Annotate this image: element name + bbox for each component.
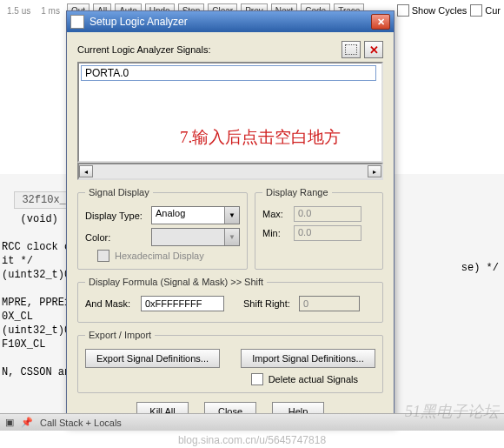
import-signals-button[interactable]: Import Signal Definitions...	[241, 349, 375, 368]
color-combo[interactable]: ▼	[151, 228, 240, 246]
chevron-down-icon[interactable]: ▼	[224, 229, 239, 245]
panel-toggle-icon[interactable]: ▣	[5, 417, 14, 428]
export-signals-button[interactable]: Export Signal Definitions...	[85, 349, 220, 368]
export-import-group: Export / Import Export Signal Definition…	[77, 330, 383, 393]
code-frag-right: se) */	[461, 261, 499, 275]
display-type-label: Display Type:	[85, 211, 146, 221]
shift-right-input[interactable]	[299, 296, 360, 311]
scroll-right-icon[interactable]: ▸	[368, 165, 381, 177]
dialog-title: Setup Logic Analyzer	[90, 16, 188, 28]
time-label: 1.5 us	[3, 6, 34, 16]
signal-name-input[interactable]	[81, 65, 376, 81]
signal-display-group: Signal Display Display Type: Analog▼ Col…	[77, 187, 248, 270]
pin-icon[interactable]: 📌	[21, 417, 33, 428]
display-formula-group: Display Formula (Signal & Mask) >> Shift…	[77, 277, 383, 323]
signal-list[interactable]: 7.输入后点击空白地方	[77, 62, 383, 163]
callstack-label[interactable]: Call Stack + Locals	[40, 418, 122, 428]
and-mask-label: And Mask:	[85, 298, 136, 309]
scroll-left-icon[interactable]: ◂	[79, 165, 93, 177]
watermark-text: 51黑电子论坛	[405, 401, 499, 422]
window-icon	[70, 15, 84, 29]
annotation-text: 7.输入后点击空白地方	[180, 126, 341, 149]
max-field: 0.0	[294, 206, 361, 222]
min-label: Min:	[262, 228, 288, 238]
color-label: Color:	[85, 232, 146, 243]
dialog-title-bar[interactable]: Setup Logic Analyzer ✕	[67, 11, 394, 32]
new-signal-button[interactable]	[342, 41, 361, 58]
cur-checkbox[interactable]: Cur	[470, 4, 501, 17]
shift-right-label: Shift Right:	[243, 298, 294, 309]
min-field: 0.0	[294, 225, 361, 241]
display-type-combo[interactable]: Analog▼	[151, 206, 240, 224]
setup-logic-analyzer-dialog: Setup Logic Analyzer ✕ Current Logic Ana…	[66, 10, 395, 426]
max-label: Max:	[262, 209, 288, 219]
delete-actual-signals-checkbox[interactable]: Delete actual Signals	[85, 373, 358, 385]
delete-signal-button[interactable]: ✕	[364, 41, 383, 58]
display-range-group: Display Range Max: 0.0 Min: 0.0	[255, 187, 383, 270]
hex-display-checkbox[interactable]: Hexadecimal Display	[97, 250, 240, 262]
close-icon[interactable]: ✕	[371, 14, 390, 30]
chevron-down-icon[interactable]: ▼	[224, 207, 239, 224]
signals-label: Current Logic Analyzer Signals:	[77, 44, 210, 55]
source-url-text: blog.sina.com.cn/u/5645747818	[178, 434, 326, 446]
signal-list-scrollbar[interactable]: ◂ ▸	[77, 163, 383, 180]
and-mask-input[interactable]	[141, 296, 224, 311]
zoom-label: 1 ms	[37, 6, 63, 16]
show-cycles-checkbox[interactable]: Show Cycles	[397, 4, 468, 17]
